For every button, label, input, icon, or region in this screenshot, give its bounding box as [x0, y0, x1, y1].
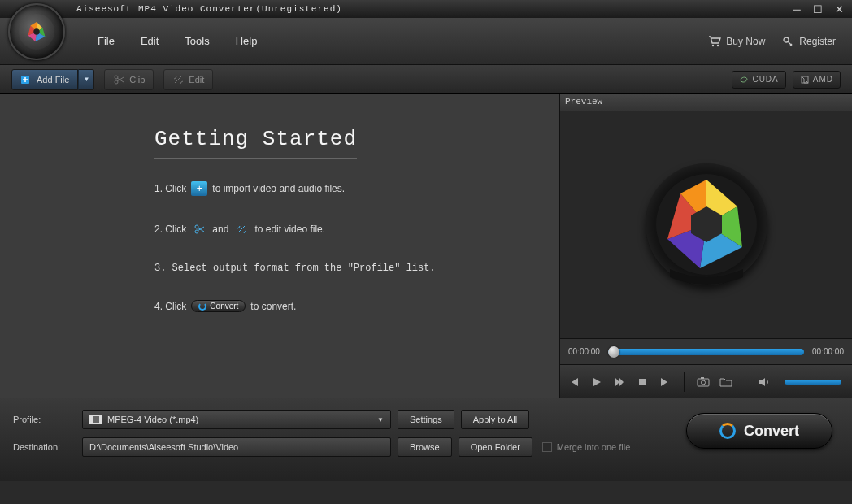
time-total: 00:00:00 [812, 347, 844, 356]
add-file-button[interactable]: Add File [11, 69, 78, 90]
svg-rect-17 [93, 416, 99, 423]
prev-button[interactable] [567, 375, 581, 389]
convert-mini-button: Convert [191, 300, 246, 312]
refresh-icon [719, 423, 736, 439]
getting-started-step-2: 2. Click and to edit video file. [154, 222, 559, 237]
getting-started-step-1: 1. Click + to import video and audio fil… [154, 181, 559, 196]
nvidia-icon [739, 75, 749, 85]
destination-field[interactable]: D:\Documents\Aiseesoft Studio\Video [82, 437, 391, 457]
volume-slider[interactable] [785, 380, 841, 385]
svg-point-14 [702, 380, 706, 385]
getting-started-step-4: 4. Click Convert to convert. [154, 300, 559, 312]
refresh-mini-icon [198, 302, 206, 311]
profile-combo[interactable]: MPEG-4 Video (*.mp4) ▼ [82, 410, 391, 429]
merge-checkbox[interactable] [542, 442, 552, 452]
add-file-icon [20, 74, 32, 85]
snapshot-folder-button[interactable] [719, 375, 733, 389]
destination-label: Destination: [13, 442, 82, 452]
add-file-mini-icon: + [191, 181, 207, 196]
preview-panel: Preview [559, 94, 852, 398]
svg-point-2 [717, 44, 719, 46]
edit-label: Edit [189, 75, 204, 85]
time-current: 00:00:00 [568, 347, 600, 356]
menu-help[interactable]: Help [236, 35, 258, 47]
buy-now-label: Buy Now [726, 36, 765, 47]
maximize-button[interactable]: ☐ [810, 3, 826, 15]
open-folder-button[interactable]: Open Folder [459, 437, 532, 457]
svg-rect-12 [639, 379, 646, 385]
buy-now-button[interactable]: Buy Now [708, 36, 765, 47]
stop-button[interactable] [635, 375, 650, 389]
scissors-icon [113, 74, 124, 85]
seek-slider[interactable] [608, 349, 804, 355]
register-button[interactable]: Register [781, 36, 836, 47]
app-logo [8, 3, 65, 60]
close-button[interactable]: ✕ [831, 3, 847, 15]
chevron-down-icon: ▼ [377, 416, 384, 424]
convert-button[interactable]: Convert [686, 413, 832, 449]
seek-knob[interactable] [608, 346, 619, 358]
scissors-mini-icon [191, 222, 207, 237]
svg-point-1 [712, 44, 714, 46]
cuda-label: CUDA [752, 75, 778, 84]
add-file-dropdown[interactable]: ▼ [78, 69, 94, 90]
playback-controls [560, 364, 852, 398]
app-title: Aiseesoft MP4 Video Converter(Unregister… [5, 4, 784, 14]
cuda-badge: CUDA [732, 71, 785, 89]
svg-rect-15 [701, 377, 704, 379]
title-bar: Aiseesoft MP4 Video Converter(Unregister… [0, 0, 852, 18]
destination-value: D:\Documents\Aiseesoft Studio\Video [89, 442, 238, 452]
clip-button[interactable]: Clip [104, 69, 154, 90]
toolbar: Add File ▼ Clip Edit CUDA AMD [0, 65, 852, 94]
apply-to-all-button[interactable]: Apply to All [461, 410, 529, 429]
clip-label: Clip [129, 75, 145, 85]
amd-icon [800, 75, 810, 85]
file-list-panel: Getting Started 1. Click + to import vid… [0, 94, 559, 398]
convert-label: Convert [744, 423, 799, 440]
profile-value: MPEG-4 Video (*.mp4) [107, 415, 198, 424]
amd-badge: AMD [793, 71, 841, 89]
cart-icon [708, 36, 721, 47]
svg-point-0 [33, 28, 40, 35]
menu-edit[interactable]: Edit [141, 35, 159, 47]
menu-bar: File Edit Tools Help Buy Now Register [0, 18, 852, 65]
menu-file[interactable]: File [98, 35, 115, 47]
key-icon [781, 36, 794, 47]
preview-placeholder-icon [646, 163, 767, 285]
preview-viewport [560, 111, 852, 338]
next-button[interactable] [658, 375, 672, 389]
add-file-label: Add File [37, 75, 69, 85]
mpeg-icon [89, 415, 102, 424]
menu-tools[interactable]: Tools [185, 35, 209, 47]
settings-button[interactable]: Settings [398, 410, 454, 429]
profile-label: Profile: [13, 415, 82, 424]
browse-button[interactable]: Browse [398, 437, 452, 457]
getting-started-step-3: 3. Select output format from the "Profil… [154, 263, 559, 274]
edit-button[interactable]: Edit [163, 69, 213, 90]
playback-progress-row: 00:00:00 00:00:00 [560, 338, 852, 364]
svg-rect-13 [698, 379, 709, 386]
minimize-button[interactable]: ─ [789, 3, 805, 15]
merge-label: Merge into one file [557, 442, 631, 452]
amd-label: AMD [813, 75, 833, 84]
wand-mini-icon [233, 222, 250, 237]
preview-label: Preview [560, 94, 852, 111]
getting-started-title: Getting Started [154, 127, 357, 159]
snapshot-button[interactable] [696, 375, 711, 389]
register-label: Register [799, 36, 836, 47]
volume-icon[interactable] [757, 375, 772, 389]
fast-forward-button[interactable] [612, 375, 627, 389]
wand-icon [172, 74, 184, 85]
play-button[interactable] [589, 375, 604, 389]
getting-started: Getting Started 1. Click + to import vid… [154, 127, 559, 312]
bottom-bar: Profile: MPEG-4 Video (*.mp4) ▼ Settings… [0, 398, 852, 481]
